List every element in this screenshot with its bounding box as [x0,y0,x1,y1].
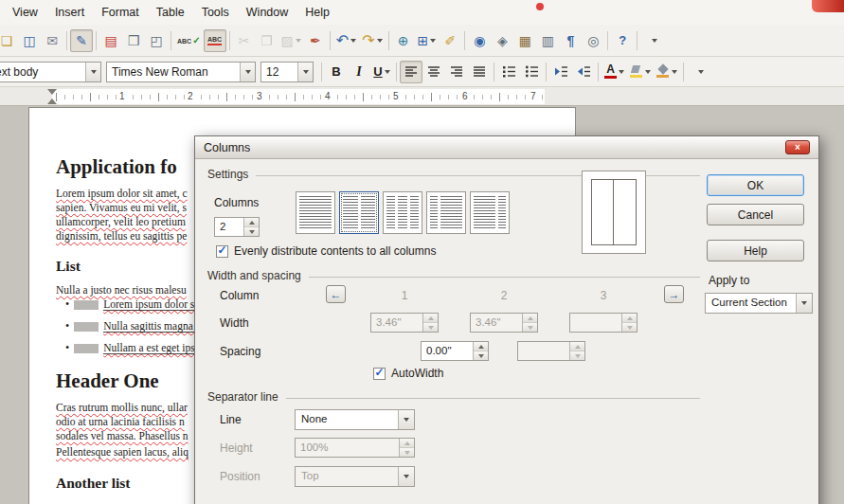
spacing-1-spinner[interactable]: 0.00" [421,341,489,361]
table-dropdown-arrow[interactable] [430,39,436,43]
hyperlink-button[interactable]: ⊕ [392,29,415,52]
highlight-dropdown-arrow[interactable] [645,70,651,74]
highlight-color-button[interactable] [627,61,654,83]
preset-one-column[interactable] [296,191,335,234]
spin-up-icon[interactable] [474,342,488,351]
preset-left-narrow[interactable] [426,191,466,234]
redo-button[interactable]: ↷ [359,29,385,52]
column-presets [296,191,510,234]
data-sources-button[interactable]: ▥ [536,29,559,52]
underline-button[interactable]: U [370,61,393,83]
chevron-down-icon[interactable] [398,410,414,429]
paragraph-style-dropdown-button[interactable] [85,63,100,81]
spelling-button[interactable]: ABC [174,29,204,52]
hyperlink-icon: ⊕ [398,34,409,47]
menu-insert[interactable]: Insert [46,2,93,23]
print-button[interactable]: ❒ [122,29,145,52]
preset-right-narrow[interactable] [470,191,510,234]
font-name-dropdown-button[interactable] [240,63,255,81]
spin-up-icon [570,342,584,351]
background-color-button[interactable] [654,61,680,83]
font-name-combo[interactable]: Times New Roman [106,62,256,82]
paragraph-line: Cras rutrum mollis nunc, ullar [56,402,188,413]
previous-column-button[interactable]: ← [326,285,346,303]
dialog-title-bar[interactable]: Columns × [195,136,818,159]
column-number-3: 3 [569,289,637,302]
cancel-button[interactable]: Cancel [707,204,804,225]
menu-tools[interactable]: Tools [193,2,238,23]
clone-formatting-button[interactable]: ✒ [304,29,327,52]
spin-down-icon[interactable] [474,351,488,360]
evenly-distribute-checkbox[interactable] [216,245,228,258]
spinner-arrows [569,342,584,360]
preview-column [591,179,614,245]
align-left-button[interactable] [400,61,422,83]
align-center-button[interactable] [422,61,445,83]
gallery-button[interactable]: ▦ [513,29,536,52]
font-size-combo[interactable]: 12 [260,62,314,82]
email-button[interactable]: ✉ [41,29,63,52]
unordered-list-button[interactable] [520,61,543,83]
next-column-button[interactable]: → [664,285,684,303]
font-color-dropdown-arrow[interactable] [619,70,624,74]
formatting-marks-button[interactable]: ¶ [559,29,582,52]
font-color-button[interactable]: A [602,61,627,83]
decrease-indent-button[interactable] [572,61,595,83]
menu-view[interactable]: View [4,2,46,23]
menu-table[interactable]: Table [148,2,193,23]
auto-spellcheck-button[interactable]: ABC [204,29,226,52]
table-button[interactable]: ⊞ [415,29,440,52]
spinner-arrows[interactable] [243,218,259,236]
redo-dropdown-arrow[interactable] [377,39,383,43]
new-document-button[interactable]: ❏ [0,29,18,52]
menu-help[interactable]: Help [296,2,338,23]
spin-down-icon[interactable] [244,226,259,236]
increase-indent-button[interactable] [549,61,572,83]
ok-button[interactable]: OK [707,174,804,196]
apply-to-label: Apply to [709,274,749,287]
help-button[interactable]: Help [707,240,804,261]
undo-button[interactable]: ↶ [333,29,359,52]
columns-count-spinner[interactable]: 2 [214,217,260,237]
spin-up-icon [400,439,414,447]
height-label: Height [220,441,253,455]
underline-dropdown-arrow[interactable] [385,70,390,74]
autowidth-label: AutoWidth [391,367,443,380]
chevron-down-icon [303,70,309,74]
toolbar-overflow-button[interactable] [689,61,711,83]
ruler-strip: 1 2 3 4 5 6 7 [52,89,545,104]
ordered-list-button[interactable] [497,61,520,83]
paragraph-line: sapien. Vivamus eu mi velit, s [56,202,187,213]
spinner-arrows[interactable] [473,342,488,360]
dialog-close-button[interactable]: × [785,140,810,154]
help-button[interactable]: ? [611,29,634,52]
zoom-button[interactable]: ◎ [582,29,604,52]
line-style-dropdown[interactable]: None [295,409,415,430]
save-button[interactable]: ◫ [18,29,41,52]
undo-dropdown-arrow[interactable] [350,39,356,43]
background-color-dropdown-arrow[interactable] [672,70,677,74]
preset-three-columns[interactable] [383,191,422,234]
find-replace-button[interactable]: ◉ [468,29,491,52]
bold-button[interactable]: B [325,61,348,83]
edit-mode-button[interactable]: ✎ [70,29,93,52]
print-preview-button[interactable]: ◰ [145,29,168,52]
menu-format[interactable]: Format [93,2,148,23]
preset-two-columns[interactable] [339,191,379,234]
align-justify-button[interactable] [468,61,491,83]
font-size-dropdown-button[interactable] [297,63,313,81]
apply-to-dropdown[interactable]: Current Section [705,293,813,314]
autowidth-checkbox[interactable] [373,368,386,380]
align-right-button[interactable] [445,61,468,83]
italic-button[interactable]: I [348,61,370,83]
menu-window[interactable]: Window [238,2,296,23]
paragraph-line: Pellentesque sapien lacus, aliq [56,446,189,458]
indent-marker[interactable] [47,89,57,104]
navigator-button[interactable]: ◈ [491,29,513,52]
toolbar-overflow-button[interactable] [642,29,665,52]
draw-functions-button[interactable]: ✐ [439,29,461,52]
spin-up-icon[interactable] [244,218,259,226]
export-pdf-button[interactable]: ▤ [99,29,122,52]
chevron-down-icon[interactable] [796,294,812,313]
paragraph-style-combo[interactable]: ext body [0,62,101,82]
